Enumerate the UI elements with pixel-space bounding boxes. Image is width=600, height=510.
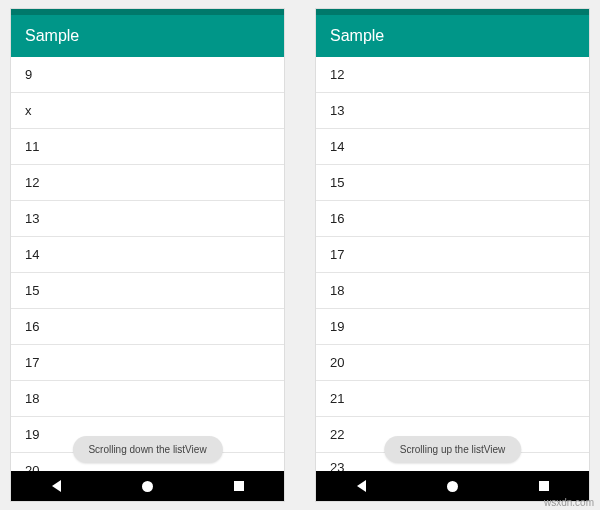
list-item-label: 13 — [25, 211, 39, 226]
list-item-label: 12 — [25, 175, 39, 190]
back-icon[interactable] — [50, 479, 64, 493]
list-item-label: 12 — [330, 67, 344, 82]
toast-text: Scrolling up the listView — [400, 444, 505, 455]
list-item[interactable]: 18 — [316, 273, 589, 309]
recent-icon[interactable] — [232, 479, 246, 493]
app-bar: Sample — [11, 15, 284, 57]
list-item[interactable]: 15 — [316, 165, 589, 201]
list-item-label: 14 — [330, 139, 344, 154]
list-item-label: 18 — [330, 283, 344, 298]
list-item[interactable]: 11 — [11, 129, 284, 165]
app-title: Sample — [330, 27, 384, 45]
back-icon[interactable] — [355, 479, 369, 493]
home-icon[interactable] — [446, 479, 460, 493]
list-item-label: 15 — [25, 283, 39, 298]
list-item[interactable]: 16 — [11, 309, 284, 345]
list-item-label: 9 — [25, 67, 32, 82]
list-item[interactable]: 12 — [11, 165, 284, 201]
list-item[interactable]: 19 — [316, 309, 589, 345]
list-item-label: 18 — [25, 391, 39, 406]
app-title: Sample — [25, 27, 79, 45]
phone-right: Sample 12 13 14 15 16 17 18 19 20 21 22 … — [315, 8, 590, 502]
home-icon[interactable] — [141, 479, 155, 493]
list-item-label: 13 — [330, 103, 344, 118]
list-view[interactable]: 12 13 14 15 16 17 18 19 20 21 22 23 Scro… — [316, 57, 589, 471]
list-item[interactable]: 20 — [316, 345, 589, 381]
list-item-label: x — [25, 103, 32, 118]
phone-left: Sample 9 x 11 12 13 14 15 16 17 18 19 20… — [10, 8, 285, 502]
recent-icon[interactable] — [537, 479, 551, 493]
list-item-label: 22 — [330, 427, 344, 442]
list-view[interactable]: 9 x 11 12 13 14 15 16 17 18 19 20 Scroll… — [11, 57, 284, 471]
toast-text: Scrolling down the listView — [88, 444, 206, 455]
list-item-label: 16 — [330, 211, 344, 226]
list-item-label: 14 — [25, 247, 39, 262]
list-item-label: 19 — [330, 319, 344, 334]
toast: Scrolling up the listView — [384, 436, 521, 463]
list-item[interactable]: 18 — [11, 381, 284, 417]
list-item[interactable]: 14 — [316, 129, 589, 165]
list-item[interactable]: 17 — [316, 237, 589, 273]
list-item-label: 17 — [25, 355, 39, 370]
list-item[interactable]: 21 — [316, 381, 589, 417]
list-item[interactable]: 16 — [316, 201, 589, 237]
app-bar: Sample — [316, 15, 589, 57]
list-item[interactable]: x — [11, 93, 284, 129]
list-item-label: 17 — [330, 247, 344, 262]
list-item[interactable]: 13 — [316, 93, 589, 129]
list-item-label: 23 — [330, 460, 344, 471]
list-item-label: 20 — [25, 463, 39, 471]
list-item-label: 19 — [25, 427, 39, 442]
list-item-label: 11 — [25, 139, 39, 154]
list-item-label: 21 — [330, 391, 344, 406]
list-item[interactable]: 17 — [11, 345, 284, 381]
list-item-label: 16 — [25, 319, 39, 334]
nav-bar — [11, 471, 284, 501]
list-item[interactable]: 15 — [11, 273, 284, 309]
list-item[interactable]: 12 — [316, 57, 589, 93]
list-item[interactable]: 14 — [11, 237, 284, 273]
toast: Scrolling down the listView — [72, 436, 222, 463]
list-item-label: 20 — [330, 355, 344, 370]
list-item[interactable]: 13 — [11, 201, 284, 237]
watermark: wsxdn.com — [544, 497, 594, 508]
list-item-label: 15 — [330, 175, 344, 190]
list-item[interactable]: 9 — [11, 57, 284, 93]
